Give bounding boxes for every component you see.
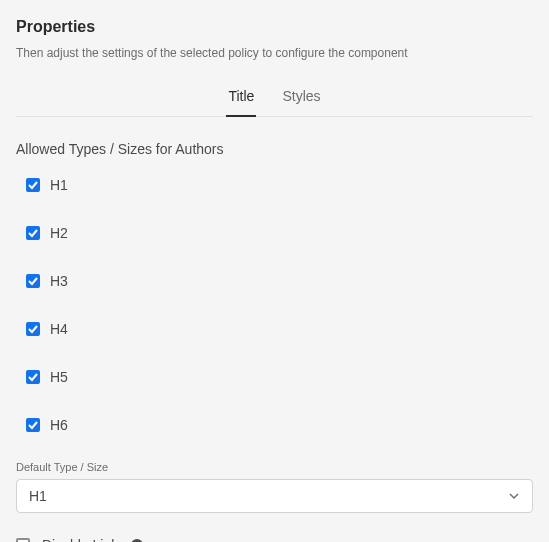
tab-styles[interactable]: Styles [280, 88, 322, 116]
allowed-types-group: H1 H2 H3 H4 H5 H6 [16, 173, 533, 437]
checkbox-label-h2: H2 [50, 225, 68, 241]
disable-link-label: Disable Link [42, 537, 118, 542]
checkbox-label-h6: H6 [50, 417, 68, 433]
checkbox-row-h6: H6 [26, 413, 533, 437]
checkbox-h4[interactable] [26, 322, 40, 336]
disable-link-row: Disable Link i [16, 537, 533, 542]
checkbox-row-h1: H1 [26, 173, 533, 197]
checkbox-label-h1: H1 [50, 177, 68, 193]
checkbox-row-h3: H3 [26, 269, 533, 293]
checkbox-label-h5: H5 [50, 369, 68, 385]
checkbox-row-h2: H2 [26, 221, 533, 245]
tabs-container: Title Styles [16, 88, 533, 117]
tab-title[interactable]: Title [226, 88, 256, 116]
default-type-label: Default Type / Size [16, 461, 533, 473]
default-type-select[interactable]: H1 [16, 479, 533, 513]
info-icon[interactable]: i [130, 538, 144, 542]
chevron-down-icon [508, 490, 520, 502]
checkbox-h5[interactable] [26, 370, 40, 384]
checkbox-h3[interactable] [26, 274, 40, 288]
default-type-select-wrap: H1 [16, 479, 533, 513]
page-subtitle: Then adjust the settings of the selected… [16, 46, 533, 60]
page-title: Properties [16, 18, 533, 36]
check-icon [28, 324, 38, 334]
check-icon [28, 180, 38, 190]
checkbox-h2[interactable] [26, 226, 40, 240]
checkbox-label-h3: H3 [50, 273, 68, 289]
checkbox-row-h4: H4 [26, 317, 533, 341]
checkbox-row-h5: H5 [26, 365, 533, 389]
check-icon [28, 228, 38, 238]
checkbox-label-h4: H4 [50, 321, 68, 337]
default-type-value: H1 [29, 488, 47, 504]
checkbox-h6[interactable] [26, 418, 40, 432]
allowed-types-label: Allowed Types / Sizes for Authors [16, 141, 533, 157]
checkbox-disable-link[interactable] [16, 538, 30, 542]
check-icon [28, 372, 38, 382]
check-icon [28, 276, 38, 286]
checkbox-h1[interactable] [26, 178, 40, 192]
check-icon [28, 420, 38, 430]
